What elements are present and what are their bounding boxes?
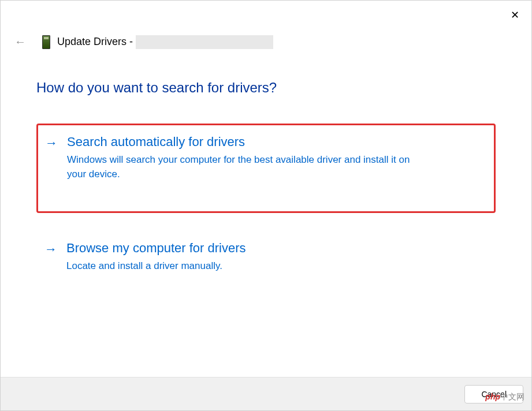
option-browse-computer[interactable]: → Browse my computer for drivers Locate … xyxy=(36,230,496,284)
arrow-right-icon: → xyxy=(44,242,57,257)
header: ← Update Drivers - xyxy=(1,1,531,51)
close-icon: ✕ xyxy=(511,9,519,21)
title-prefix: Update Drivers - xyxy=(57,35,133,47)
option-title: Search automatically for drivers xyxy=(67,134,487,150)
option-description: Windows will search your computer for th… xyxy=(67,153,425,181)
window-title: Update Drivers - xyxy=(57,35,273,49)
page-heading: How do you want to search for drivers? xyxy=(36,80,496,96)
option-title: Browse my computer for drivers xyxy=(66,241,488,256)
option-search-automatically[interactable]: → Search automatically for drivers Windo… xyxy=(36,124,496,213)
device-name-redacted xyxy=(136,35,273,49)
option-description: Locate and install a driver manually. xyxy=(66,259,425,274)
device-icon xyxy=(42,35,50,49)
cancel-button[interactable]: Cancel xyxy=(464,385,523,403)
footer: Cancel xyxy=(1,377,531,410)
arrow-right-icon: → xyxy=(45,136,58,151)
back-arrow-icon[interactable]: ← xyxy=(11,33,29,51)
content-area: How do you want to search for drivers? →… xyxy=(1,51,531,284)
close-button[interactable]: ✕ xyxy=(506,6,523,24)
